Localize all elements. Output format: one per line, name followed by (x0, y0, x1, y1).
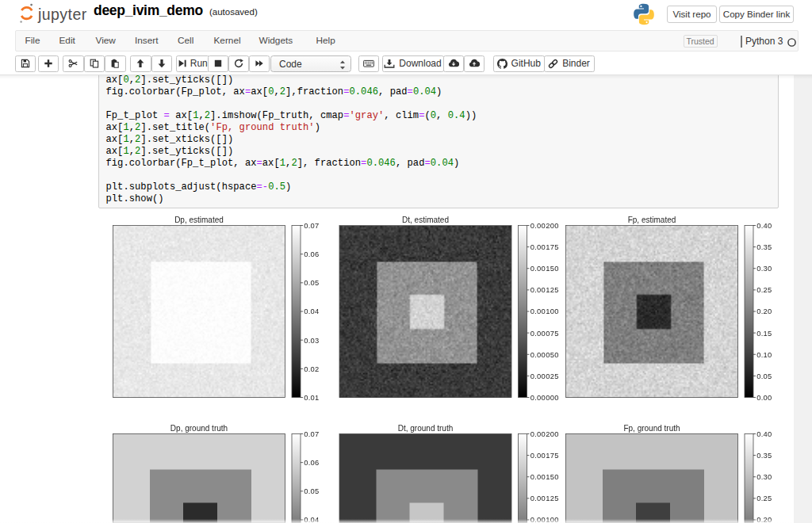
svg-text:Dt, ground truth: Dt, ground truth (398, 424, 453, 433)
svg-text:0.35: 0.35 (756, 242, 772, 251)
svg-text:0.07: 0.07 (304, 221, 319, 230)
svg-text:0.01: 0.01 (304, 393, 319, 402)
svg-text:0.02: 0.02 (304, 365, 319, 373)
svg-text:0.07: 0.07 (304, 429, 319, 438)
svg-text:0.10: 0.10 (756, 350, 772, 359)
svg-text:0.30: 0.30 (756, 264, 772, 273)
svg-text:0.04: 0.04 (304, 307, 319, 315)
svg-text:0.00075: 0.00075 (530, 329, 559, 338)
svg-text:Fp, ground truth: Fp, ground truth (623, 424, 680, 433)
svg-text:0.05: 0.05 (304, 278, 319, 287)
svg-text:0.00025: 0.00025 (530, 372, 559, 380)
svg-text:0.00150: 0.00150 (530, 472, 559, 481)
svg-text:0.05: 0.05 (756, 372, 772, 380)
svg-text:Dp, ground truth: Dp, ground truth (170, 424, 228, 433)
svg-text:0.30: 0.30 (756, 472, 772, 481)
svg-text:0.00125: 0.00125 (530, 494, 559, 502)
svg-text:0.00000: 0.00000 (530, 393, 559, 402)
svg-text:0.06: 0.06 (304, 250, 319, 258)
svg-text:0.00100: 0.00100 (530, 307, 559, 315)
svg-text:Dt, estimated: Dt, estimated (402, 216, 449, 224)
svg-text:0.00050: 0.00050 (530, 350, 559, 359)
svg-text:0.20: 0.20 (756, 307, 772, 315)
svg-text:0.00175: 0.00175 (530, 242, 559, 251)
svg-text:Fp, estimated: Fp, estimated (628, 216, 676, 224)
svg-text:0.00200: 0.00200 (530, 221, 559, 230)
svg-text:0.40: 0.40 (756, 429, 772, 438)
svg-text:0.00150: 0.00150 (530, 264, 559, 273)
svg-text:0.40: 0.40 (756, 221, 772, 230)
svg-text:0.00200: 0.00200 (530, 429, 559, 438)
svg-text:0.25: 0.25 (756, 494, 772, 502)
svg-text:0.06: 0.06 (304, 458, 319, 467)
svg-text:0.00: 0.00 (756, 393, 772, 402)
svg-text:Dp, estimated: Dp, estimated (174, 216, 224, 224)
svg-text:0.00175: 0.00175 (530, 451, 559, 460)
svg-text:0.15: 0.15 (756, 329, 772, 338)
svg-text:0.25: 0.25 (756, 285, 772, 294)
svg-text:0.05: 0.05 (304, 487, 319, 495)
svg-text:0.00125: 0.00125 (530, 285, 559, 294)
svg-text:0.03: 0.03 (304, 336, 319, 345)
svg-text:0.35: 0.35 (756, 451, 772, 460)
